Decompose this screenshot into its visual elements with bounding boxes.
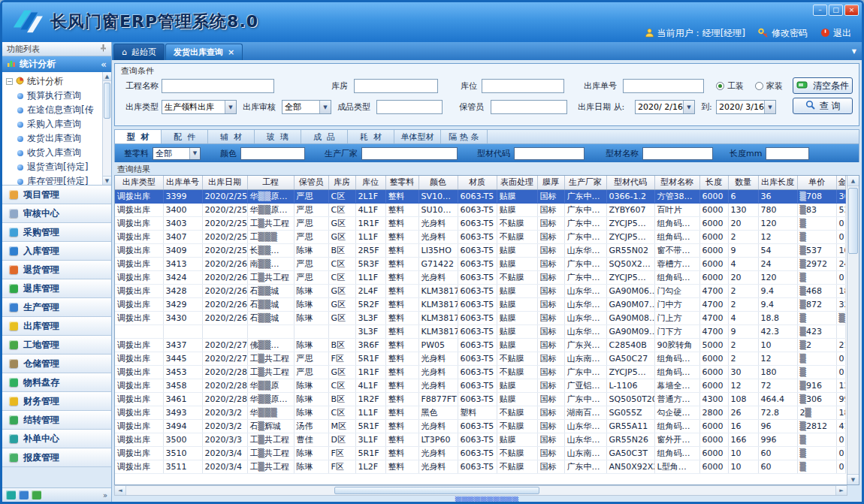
table-row[interactable]: 调拨出库34942020/3/2石▒辉城汤伟M区5R1F整料光身料6063-T5… [115,419,845,433]
sidebar-module[interactable]: 补单中心 [2,430,111,448]
material-tab[interactable]: 型 材 [115,130,162,143]
column-header[interactable]: 型材代码 [606,176,654,189]
sidebar-module[interactable]: 财务管理 [2,392,111,411]
maximize-button[interactable]: □ [829,5,843,16]
more-options-icon[interactable]: » [103,491,107,499]
tree-item[interactable]: 预算执行查询 [6,89,101,103]
sidebar-module[interactable]: 审核中心 [2,204,111,223]
column-header[interactable]: 库位 [355,176,385,189]
date-from-picker[interactable]: 2020/ 2/16 ▼ [635,100,695,114]
column-header[interactable]: 单价 [797,176,836,189]
pin-icon[interactable] [100,44,107,54]
table-row[interactable]: 调拨出库34612020/2/28华▒▒原…陈琳B区1R2F整料F8877FT6… [115,392,845,406]
table-row[interactable]: 3L3F整料KLM38176063-T5贴膜国标山东华…GA90M09…门下方4… [115,324,845,338]
close-button[interactable]: × [844,5,859,16]
tree-root[interactable]: − 统计分析 [6,74,101,89]
tab-home[interactable]: ⌂ 起始页 [113,44,165,60]
tree-expander-icon[interactable]: − [6,78,13,85]
project-name-input[interactable] [162,79,274,93]
table-row[interactable]: 调拨出库34032020/2/25工▒共工程严思G区1R1F整料光身料6063-… [115,216,845,230]
material-tab[interactable]: 隔 热 条 [441,130,488,143]
column-header[interactable]: 颜色 [418,176,458,189]
sidebar-module[interactable]: 报废管理 [2,448,111,467]
sidebar-module[interactable]: 物料盘存 [2,373,111,392]
outlook-view-icon-1[interactable] [6,490,16,499]
sidebar-module[interactable]: 退库管理 [2,279,111,298]
minimize-button[interactable]: – [813,5,827,16]
scroll-up-icon[interactable]: ▲ [847,176,859,186]
radio-industrial-icon[interactable] [716,82,724,90]
horizontal-scrollbar[interactable]: ◄ ► [114,485,847,496]
scroll-left-icon[interactable]: ◄ [115,486,126,495]
column-header[interactable]: 出库类型 [115,176,163,189]
sidebar-module[interactable]: 退货管理 [2,261,111,279]
tree-item[interactable]: 退货查询[待定] [6,160,101,174]
tree-item[interactable]: 在途信息查询[传 [6,103,101,117]
out-type-combo[interactable]: 生产领料出库 ▼ [162,100,237,114]
table-row[interactable]: 调拨出库34302020/2/26石▒▒城陈琳G区3L3F整料KLM381760… [115,311,845,324]
table-row[interactable]: 调拨出库34002020/2/25华▒▒原…严思C区4L1F整料SU10…606… [115,203,845,216]
table-row[interactable]: 调拨出库34292020/2/26石▒▒城陈琳G区5R2F整料KLM381760… [115,297,845,311]
material-tab[interactable]: 玻 璃 [255,130,301,143]
outlook-view-icon-2[interactable] [19,490,29,499]
maker-input[interactable] [361,147,458,160]
column-header[interactable]: 材质 [458,176,497,189]
date-to-picker[interactable]: 2020/ 3/16 ▼ [716,100,776,114]
table-row[interactable]: 调拨出库34242020/2/26工▒共工程严思C区1L1F整料光身料6063-… [115,270,845,284]
profile-code-input[interactable] [514,147,585,160]
order-no-input[interactable] [623,79,704,93]
material-tab[interactable]: 成 品 [301,130,348,143]
column-header[interactable]: 工程 [247,176,294,189]
sidebar-module[interactable]: 入库管理 [2,242,111,261]
column-header[interactable]: 生产厂家 [564,176,606,189]
sidebar-section-statistics[interactable]: 统计分析 « [2,56,111,72]
radio-home-icon[interactable] [755,82,763,90]
outlook-view-icon-3[interactable] [32,490,41,499]
table-row[interactable]: 调拨出库34452020/2/27工▒共工程严思F区5R1F整料光身料6063-… [115,352,845,365]
chevron-down-icon[interactable]: ▼ [319,101,331,113]
table-row[interactable]: 调拨出库34132020/2/26南▒▒…严思C区5R3F整料G71422606… [115,257,845,270]
tab-close-icon[interactable]: × [228,48,234,56]
sidebar-module[interactable]: 采购管理 [2,223,111,242]
vertical-scrollbar-thumb[interactable] [848,188,858,254]
keeper-input[interactable] [491,100,567,114]
column-header[interactable]: 金 [836,176,845,189]
table-row[interactable]: 调拨出库34372020/2/27佛▒▒…陈琳B区3R6F整料PW056063-… [115,338,845,352]
tab-shipping-outbound-query[interactable]: 发货出库查询 × [165,44,243,60]
change-password-button[interactable]: 修改密码 [758,27,808,40]
table-row[interactable]: 调拨出库34582020/2/28华▒▒原陈琳C区4L1F整料光身料6063-T… [115,379,845,392]
table-row[interactable]: 调拨出库34282020/2/26石▒▒城陈琳G区2L4F整料KLM381760… [115,284,845,297]
vertical-scrollbar[interactable]: ▲ ▼ [847,176,859,484]
table-row[interactable]: 调拨出库35112020/3/4工▒共工程陈琳F区1L2F整料光身料6063-T… [115,460,845,473]
profile-name-input[interactable] [642,147,713,160]
warehouse-input[interactable] [354,79,438,93]
tree-scrollbar-thumb[interactable] [104,83,110,119]
radio-home[interactable]: 家装 [755,79,783,93]
material-tab[interactable]: 辅 材 [208,130,255,143]
tree-scrollbar[interactable]: ▲ ▼ [102,72,111,185]
column-header[interactable]: 出库日期 [202,176,247,189]
whole-part-combo[interactable]: 全部 ▼ [153,147,201,160]
tree-item[interactable]: 采购入库查询 [6,117,101,131]
column-header[interactable]: 数量 [728,176,758,189]
column-header[interactable]: 型材名称 [654,176,699,189]
scroll-down-icon[interactable]: ▼ [847,474,859,484]
chevron-down-icon[interactable]: ▼ [225,101,236,113]
scroll-right-icon[interactable]: ► [835,486,847,495]
material-tab[interactable]: 配 件 [162,130,208,143]
clear-conditions-button[interactable]: 清空条件 [793,77,853,94]
sidebar-module[interactable]: 结转管理 [2,411,111,430]
table-row[interactable]: 调拨出库35102020/3/4工▒共工程陈琳F区5R1F整料光身料6063-T… [115,446,845,460]
material-tab[interactable]: 单体型材 [394,130,441,143]
chevron-down-icon[interactable]: ▼ [189,148,200,159]
column-header[interactable]: 出库长度 [758,176,797,189]
table-row[interactable]: 调拨出库34092020/2/25长▒▒…陈琳B区2R5F整料LI35HO606… [115,243,845,257]
length-input[interactable] [766,147,809,160]
search-button[interactable]: 查 询 [793,98,853,114]
table-row[interactable]: 调拨出库34932020/3/2华▒▒▒陈琳C区1L1F整料黑色塑料不贴膜国标湖… [115,406,845,419]
sidebar-module[interactable]: 出库管理 [2,317,111,336]
audit-combo[interactable]: 全部 ▼ [282,100,331,114]
column-header[interactable]: 表面处理 [497,176,537,189]
chevron-down-icon[interactable]: ▼ [764,101,775,113]
sidebar-module[interactable]: 工地管理 [2,336,111,355]
